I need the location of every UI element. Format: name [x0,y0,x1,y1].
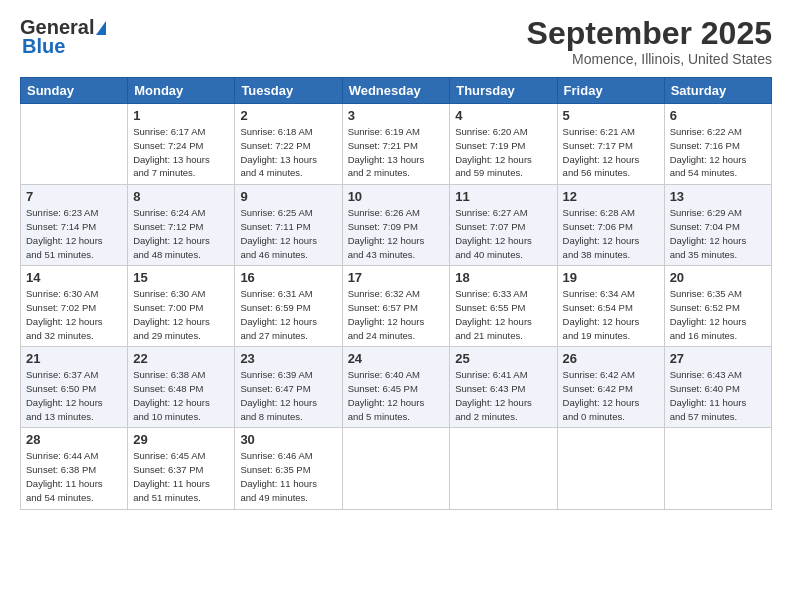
day-number: 9 [240,189,336,204]
col-thursday: Thursday [450,78,557,104]
table-row: 8Sunrise: 6:24 AMSunset: 7:12 PMDaylight… [128,185,235,266]
day-info: Sunrise: 6:31 AMSunset: 6:59 PMDaylight:… [240,287,336,342]
day-info: Sunrise: 6:24 AMSunset: 7:12 PMDaylight:… [133,206,229,261]
table-row: 7Sunrise: 6:23 AMSunset: 7:14 PMDaylight… [21,185,128,266]
day-info: Sunrise: 6:46 AMSunset: 6:35 PMDaylight:… [240,449,336,504]
day-number: 16 [240,270,336,285]
day-info: Sunrise: 6:33 AMSunset: 6:55 PMDaylight:… [455,287,551,342]
table-row: 20Sunrise: 6:35 AMSunset: 6:52 PMDayligh… [664,266,771,347]
day-info: Sunrise: 6:43 AMSunset: 6:40 PMDaylight:… [670,368,766,423]
day-info: Sunrise: 6:35 AMSunset: 6:52 PMDaylight:… [670,287,766,342]
col-sunday: Sunday [21,78,128,104]
day-info: Sunrise: 6:20 AMSunset: 7:19 PMDaylight:… [455,125,551,180]
calendar-week-row: 7Sunrise: 6:23 AMSunset: 7:14 PMDaylight… [21,185,772,266]
table-row: 18Sunrise: 6:33 AMSunset: 6:55 PMDayligh… [450,266,557,347]
table-row [342,428,450,509]
table-row [450,428,557,509]
table-row: 26Sunrise: 6:42 AMSunset: 6:42 PMDayligh… [557,347,664,428]
calendar-week-row: 21Sunrise: 6:37 AMSunset: 6:50 PMDayligh… [21,347,772,428]
table-row: 23Sunrise: 6:39 AMSunset: 6:47 PMDayligh… [235,347,342,428]
month-title: September 2025 [527,16,772,51]
col-saturday: Saturday [664,78,771,104]
day-number: 1 [133,108,229,123]
day-number: 14 [26,270,122,285]
day-info: Sunrise: 6:28 AMSunset: 7:06 PMDaylight:… [563,206,659,261]
table-row: 27Sunrise: 6:43 AMSunset: 6:40 PMDayligh… [664,347,771,428]
table-row: 24Sunrise: 6:40 AMSunset: 6:45 PMDayligh… [342,347,450,428]
day-info: Sunrise: 6:29 AMSunset: 7:04 PMDaylight:… [670,206,766,261]
day-number: 23 [240,351,336,366]
day-number: 25 [455,351,551,366]
day-number: 24 [348,351,445,366]
day-number: 5 [563,108,659,123]
table-row [664,428,771,509]
day-info: Sunrise: 6:27 AMSunset: 7:07 PMDaylight:… [455,206,551,261]
day-info: Sunrise: 6:18 AMSunset: 7:22 PMDaylight:… [240,125,336,180]
day-number: 15 [133,270,229,285]
calendar-header-row: Sunday Monday Tuesday Wednesday Thursday… [21,78,772,104]
table-row: 12Sunrise: 6:28 AMSunset: 7:06 PMDayligh… [557,185,664,266]
logo: General Blue [20,16,106,58]
day-info: Sunrise: 6:25 AMSunset: 7:11 PMDaylight:… [240,206,336,261]
col-friday: Friday [557,78,664,104]
table-row: 5Sunrise: 6:21 AMSunset: 7:17 PMDaylight… [557,104,664,185]
table-row: 10Sunrise: 6:26 AMSunset: 7:09 PMDayligh… [342,185,450,266]
day-info: Sunrise: 6:44 AMSunset: 6:38 PMDaylight:… [26,449,122,504]
day-number: 8 [133,189,229,204]
day-number: 26 [563,351,659,366]
day-number: 30 [240,432,336,447]
calendar-table: Sunday Monday Tuesday Wednesday Thursday… [20,77,772,509]
day-info: Sunrise: 6:37 AMSunset: 6:50 PMDaylight:… [26,368,122,423]
table-row: 22Sunrise: 6:38 AMSunset: 6:48 PMDayligh… [128,347,235,428]
table-row: 25Sunrise: 6:41 AMSunset: 6:43 PMDayligh… [450,347,557,428]
col-tuesday: Tuesday [235,78,342,104]
col-wednesday: Wednesday [342,78,450,104]
calendar-week-row: 14Sunrise: 6:30 AMSunset: 7:02 PMDayligh… [21,266,772,347]
calendar-week-row: 1Sunrise: 6:17 AMSunset: 7:24 PMDaylight… [21,104,772,185]
day-info: Sunrise: 6:30 AMSunset: 7:00 PMDaylight:… [133,287,229,342]
day-number: 2 [240,108,336,123]
day-number: 19 [563,270,659,285]
col-monday: Monday [128,78,235,104]
day-number: 7 [26,189,122,204]
table-row: 14Sunrise: 6:30 AMSunset: 7:02 PMDayligh… [21,266,128,347]
day-number: 10 [348,189,445,204]
day-number: 3 [348,108,445,123]
day-number: 27 [670,351,766,366]
table-row: 16Sunrise: 6:31 AMSunset: 6:59 PMDayligh… [235,266,342,347]
day-info: Sunrise: 6:39 AMSunset: 6:47 PMDaylight:… [240,368,336,423]
day-info: Sunrise: 6:32 AMSunset: 6:57 PMDaylight:… [348,287,445,342]
day-number: 17 [348,270,445,285]
day-info: Sunrise: 6:45 AMSunset: 6:37 PMDaylight:… [133,449,229,504]
table-row: 3Sunrise: 6:19 AMSunset: 7:21 PMDaylight… [342,104,450,185]
day-info: Sunrise: 6:34 AMSunset: 6:54 PMDaylight:… [563,287,659,342]
day-info: Sunrise: 6:19 AMSunset: 7:21 PMDaylight:… [348,125,445,180]
table-row: 30Sunrise: 6:46 AMSunset: 6:35 PMDayligh… [235,428,342,509]
day-number: 6 [670,108,766,123]
day-info: Sunrise: 6:40 AMSunset: 6:45 PMDaylight:… [348,368,445,423]
table-row: 4Sunrise: 6:20 AMSunset: 7:19 PMDaylight… [450,104,557,185]
table-row: 11Sunrise: 6:27 AMSunset: 7:07 PMDayligh… [450,185,557,266]
title-area: September 2025 Momence, Illinois, United… [527,16,772,67]
table-row [557,428,664,509]
day-number: 28 [26,432,122,447]
table-row: 13Sunrise: 6:29 AMSunset: 7:04 PMDayligh… [664,185,771,266]
table-row: 21Sunrise: 6:37 AMSunset: 6:50 PMDayligh… [21,347,128,428]
logo-blue: Blue [22,35,65,58]
day-number: 12 [563,189,659,204]
table-row: 9Sunrise: 6:25 AMSunset: 7:11 PMDaylight… [235,185,342,266]
day-number: 13 [670,189,766,204]
table-row: 1Sunrise: 6:17 AMSunset: 7:24 PMDaylight… [128,104,235,185]
day-info: Sunrise: 6:21 AMSunset: 7:17 PMDaylight:… [563,125,659,180]
day-info: Sunrise: 6:26 AMSunset: 7:09 PMDaylight:… [348,206,445,261]
day-number: 22 [133,351,229,366]
day-number: 20 [670,270,766,285]
day-info: Sunrise: 6:30 AMSunset: 7:02 PMDaylight:… [26,287,122,342]
day-number: 29 [133,432,229,447]
table-row: 15Sunrise: 6:30 AMSunset: 7:00 PMDayligh… [128,266,235,347]
calendar-week-row: 28Sunrise: 6:44 AMSunset: 6:38 PMDayligh… [21,428,772,509]
day-info: Sunrise: 6:17 AMSunset: 7:24 PMDaylight:… [133,125,229,180]
day-number: 4 [455,108,551,123]
table-row: 6Sunrise: 6:22 AMSunset: 7:16 PMDaylight… [664,104,771,185]
day-info: Sunrise: 6:42 AMSunset: 6:42 PMDaylight:… [563,368,659,423]
